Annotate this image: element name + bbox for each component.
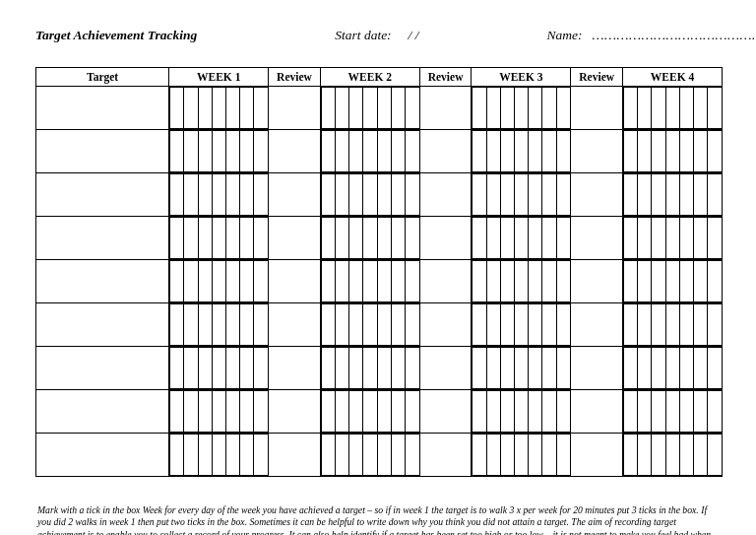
day-cell[interactable] [240,304,254,346]
week-cell[interactable] [320,434,419,477]
week-cell[interactable] [472,303,571,347]
day-cell[interactable] [363,218,377,259]
day-cell[interactable] [624,174,638,216]
day-cell[interactable] [363,304,377,346]
day-cell[interactable] [638,131,652,172]
day-cell[interactable] [529,391,542,433]
day-cell[interactable] [542,174,556,216]
day-cell[interactable] [170,435,184,476]
day-cell[interactable] [556,304,570,346]
day-cell[interactable] [184,304,198,346]
review-cell[interactable] [571,347,623,390]
day-cell[interactable] [638,435,652,476]
week-cell[interactable] [320,130,419,173]
day-cell[interactable] [529,261,542,302]
day-cell[interactable] [212,174,225,216]
day-cell[interactable] [321,218,335,259]
day-cell[interactable] [336,88,349,129]
target-cell[interactable] [36,347,169,390]
day-cell[interactable] [349,174,363,216]
day-cell[interactable] [472,88,486,129]
day-cell[interactable] [226,218,240,259]
day-cell[interactable] [254,348,268,389]
day-cell[interactable] [336,218,349,259]
week-cell[interactable] [320,347,419,390]
day-cell[interactable] [486,261,500,302]
review-cell[interactable] [571,260,623,303]
day-cell[interactable] [254,88,268,129]
day-cell[interactable] [638,391,652,433]
day-cell[interactable] [321,174,335,216]
day-cell[interactable] [624,131,638,172]
day-cell[interactable] [184,391,198,433]
day-cell[interactable] [363,348,377,389]
day-cell[interactable] [708,174,722,216]
day-cell[interactable] [405,435,418,476]
day-cell[interactable] [515,174,529,216]
day-cell[interactable] [556,131,570,172]
day-cell[interactable] [624,304,638,346]
day-cell[interactable] [170,304,184,346]
day-cell[interactable] [377,435,391,476]
week-cell[interactable] [623,217,723,260]
week-cell[interactable] [169,130,269,173]
day-cell[interactable] [226,88,240,129]
review-cell[interactable] [419,173,472,217]
day-cell[interactable] [349,304,363,346]
day-cell[interactable] [556,391,570,433]
day-cell[interactable] [363,435,377,476]
day-cell[interactable] [170,348,184,389]
day-cell[interactable] [638,348,652,389]
day-cell[interactable] [170,261,184,302]
day-cell[interactable] [665,131,679,172]
day-cell[interactable] [170,131,184,172]
day-cell[interactable] [542,435,556,476]
day-cell[interactable] [556,174,570,216]
day-cell[interactable] [349,391,363,433]
day-cell[interactable] [377,261,391,302]
day-cell[interactable] [321,391,335,433]
review-cell[interactable] [419,347,472,390]
week-cell[interactable] [320,260,419,303]
day-cell[interactable] [665,174,679,216]
week-cell[interactable] [320,390,419,434]
day-cell[interactable] [515,261,529,302]
day-cell[interactable] [405,261,418,302]
day-cell[interactable] [336,435,349,476]
day-cell[interactable] [184,261,198,302]
day-cell[interactable] [665,348,679,389]
day-cell[interactable] [198,88,212,129]
day-cell[interactable] [472,348,486,389]
day-cell[interactable] [624,218,638,259]
day-cell[interactable] [198,348,212,389]
week-cell[interactable] [623,347,723,390]
day-cell[interactable] [652,88,665,129]
day-cell[interactable] [240,391,254,433]
day-cell[interactable] [638,174,652,216]
day-cell[interactable] [226,391,240,433]
target-cell[interactable] [36,303,169,347]
day-cell[interactable] [472,304,486,346]
day-cell[interactable] [529,304,542,346]
day-cell[interactable] [184,218,198,259]
day-cell[interactable] [486,348,500,389]
day-cell[interactable] [321,88,335,129]
day-cell[interactable] [542,88,556,129]
day-cell[interactable] [624,88,638,129]
week-cell[interactable] [623,260,723,303]
day-cell[interactable] [254,304,268,346]
day-cell[interactable] [363,131,377,172]
day-cell[interactable] [500,174,514,216]
day-cell[interactable] [405,304,418,346]
week-cell[interactable] [320,173,419,217]
day-cell[interactable] [556,435,570,476]
review-cell[interactable] [571,130,623,173]
day-cell[interactable] [624,261,638,302]
day-cell[interactable] [377,304,391,346]
day-cell[interactable] [556,261,570,302]
day-cell[interactable] [500,348,514,389]
day-cell[interactable] [542,348,556,389]
day-cell[interactable] [240,348,254,389]
review-cell[interactable] [269,303,321,347]
day-cell[interactable] [472,174,486,216]
